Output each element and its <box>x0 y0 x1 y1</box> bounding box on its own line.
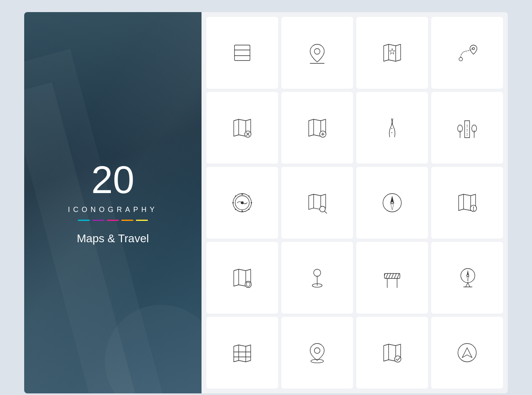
icon-cell-location-pin[interactable] <box>281 17 353 89</box>
map-grid-icon <box>228 339 256 367</box>
icon-cell-road-trees[interactable] <box>431 92 503 164</box>
svg-marker-86 <box>462 348 472 358</box>
icon-cell-map-plus[interactable] <box>281 92 353 164</box>
map-tag-icon <box>228 264 256 292</box>
color-bar-purple <box>92 220 104 221</box>
icon-cell-compass-stand[interactable] <box>431 242 503 314</box>
svg-point-84 <box>395 356 401 362</box>
icon-cell-road-barrier[interactable] <box>356 242 428 314</box>
svg-line-74 <box>468 283 470 287</box>
location-stand-icon <box>303 264 331 292</box>
icon-count: 20 <box>68 160 158 199</box>
compass-direction-icon <box>378 189 406 217</box>
svg-point-37 <box>235 195 236 197</box>
svg-point-38 <box>248 195 249 197</box>
svg-point-85 <box>458 343 476 362</box>
icon-cell-map-grid[interactable] <box>206 317 278 389</box>
color-bars <box>68 220 158 221</box>
svg-line-44 <box>324 211 326 213</box>
svg-point-35 <box>233 202 234 204</box>
map-warning-icon <box>453 189 481 217</box>
svg-point-81 <box>314 348 320 353</box>
map-star-icon <box>378 39 406 67</box>
svg-point-53 <box>473 210 474 211</box>
location-pin-icon <box>303 39 331 67</box>
compass-round-icon <box>228 189 256 217</box>
color-bar-cyan <box>78 220 90 221</box>
compass-stand-icon <box>453 264 481 292</box>
icon-cell-route[interactable] <box>431 17 503 89</box>
svg-point-57 <box>314 269 321 276</box>
svg-point-72 <box>467 274 469 276</box>
grid-lines-icon <box>228 39 256 67</box>
icon-cell-map-search[interactable] <box>281 167 353 239</box>
icon-cell-compass-direction[interactable] <box>356 167 428 239</box>
category-title: Maps & Travel <box>68 232 158 245</box>
road-barrier-icon <box>378 264 406 292</box>
svg-point-8 <box>459 57 463 61</box>
icon-cell-location-stand[interactable] <box>281 242 353 314</box>
icon-cell-location-drop[interactable] <box>281 317 353 389</box>
left-panel: 20 ICONOGRAPHY Maps & Travel <box>24 12 202 393</box>
icon-cell-map-star[interactable] <box>356 17 428 89</box>
iconography-label: ICONOGRAPHY <box>68 206 158 214</box>
svg-line-63 <box>386 274 388 279</box>
map-check-icon <box>378 339 406 367</box>
navigation-circle-icon <box>453 339 481 367</box>
svg-line-67 <box>397 274 399 279</box>
road-icon <box>378 114 406 142</box>
svg-line-65 <box>391 274 393 279</box>
svg-point-33 <box>241 193 243 195</box>
svg-point-36 <box>251 202 252 204</box>
svg-line-66 <box>394 274 396 279</box>
map-plus-icon <box>303 114 331 142</box>
color-bar-orange <box>121 220 133 221</box>
svg-line-73 <box>466 283 468 287</box>
svg-rect-0 <box>235 45 250 61</box>
svg-point-40 <box>248 209 249 210</box>
map-search-icon <box>303 189 331 217</box>
icon-cell-grid-lines[interactable] <box>206 17 278 89</box>
icon-grid <box>202 12 508 393</box>
icon-cell-map-warning[interactable] <box>431 167 503 239</box>
main-container: 20 ICONOGRAPHY Maps & Travel <box>24 12 508 393</box>
location-drop-icon <box>303 339 331 367</box>
icon-cell-navigation-circle[interactable] <box>431 317 503 389</box>
icon-cell-road[interactable] <box>356 92 428 164</box>
svg-point-9 <box>472 48 474 50</box>
svg-point-34 <box>241 210 243 212</box>
color-bar-yellow <box>136 220 148 221</box>
svg-point-3 <box>314 49 320 54</box>
svg-point-32 <box>241 202 244 204</box>
svg-point-39 <box>235 209 236 210</box>
icon-cell-compass-round[interactable] <box>206 167 278 239</box>
route-icon <box>453 39 481 67</box>
color-bar-pink <box>107 220 119 221</box>
icon-cell-map-tag[interactable] <box>206 242 278 314</box>
icon-cell-map-x[interactable] <box>206 92 278 164</box>
svg-point-80 <box>311 360 324 363</box>
svg-marker-7 <box>389 49 395 54</box>
svg-point-48 <box>391 202 393 204</box>
svg-line-64 <box>389 274 391 279</box>
map-x-icon <box>228 114 256 142</box>
road-trees-icon <box>453 114 481 142</box>
icon-cell-map-check[interactable] <box>356 317 428 389</box>
